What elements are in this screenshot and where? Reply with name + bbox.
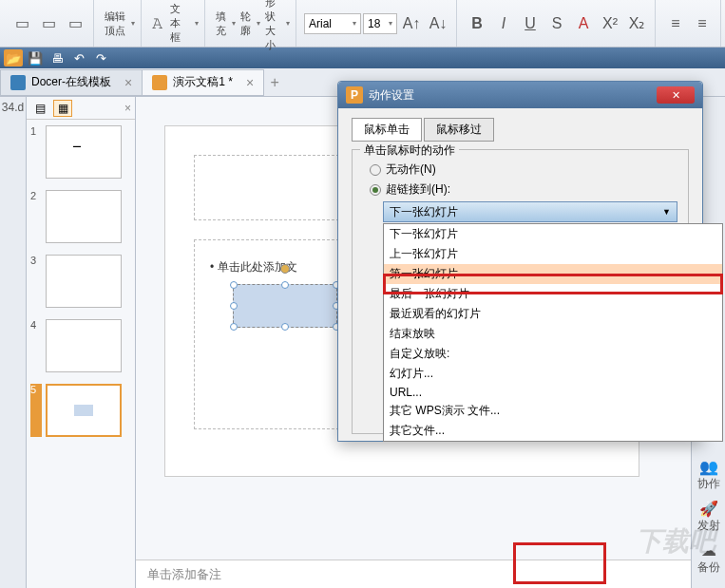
- font-family-combo[interactable]: Arial▾: [304, 13, 361, 34]
- action-fieldset: 单击鼠标时的动作 无动作(N) 超链接到(H): 下一张幻灯片 ▼ 下一张幻灯片…: [352, 149, 689, 434]
- font-shrink-icon[interactable]: A↓: [426, 11, 450, 36]
- resize-handle[interactable]: [281, 323, 289, 331]
- hyperlink-dropdown: 下一张幻灯片 上一张幻灯片 第一张幻灯片 最后一张幻灯片 最近观看的幻灯片 结束…: [383, 223, 723, 442]
- dialog-title: 动作设置: [369, 87, 414, 104]
- bold-button[interactable]: B: [465, 11, 489, 36]
- slide-panel: ▤ ▦ × 1▬▬ 2 3 4 5: [27, 97, 136, 588]
- dropdown-item[interactable]: 上一张幻灯片: [384, 244, 722, 264]
- font-size-combo[interactable]: 18▾: [363, 13, 397, 34]
- dropdown-item[interactable]: 结束放映: [384, 324, 722, 344]
- resize-handle[interactable]: [230, 302, 238, 310]
- dropdown-item[interactable]: 其它 WPS演示 文件...: [384, 401, 722, 421]
- outline-label[interactable]: 轮廓: [238, 9, 254, 38]
- slide-thumb[interactable]: 1▬▬: [30, 125, 131, 179]
- edit-anchor-label[interactable]: 编辑顶点: [102, 9, 128, 38]
- tab-add-button[interactable]: +: [263, 74, 286, 91]
- rotate-handle[interactable]: [280, 264, 290, 274]
- shadow-button[interactable]: S: [544, 11, 569, 36]
- dropdown-item[interactable]: 下一张幻灯片: [384, 224, 722, 244]
- sidebar-label: 34.d: [0, 101, 26, 114]
- slide-thumb-selected[interactable]: 5: [30, 384, 131, 437]
- panel-close-icon[interactable]: ×: [124, 102, 131, 115]
- rocket-icon: 🚀: [697, 500, 720, 518]
- font-color-button[interactable]: A: [571, 11, 596, 36]
- outline-view-icon[interactable]: ▤: [30, 100, 49, 117]
- docer-icon: [10, 75, 26, 90]
- numbering-icon[interactable]: ≡: [690, 11, 715, 36]
- resize-handle[interactable]: [281, 281, 289, 289]
- shape-rect2-icon[interactable]: ▭: [36, 11, 61, 36]
- tab-close-icon[interactable]: ×: [124, 75, 132, 90]
- backup-button[interactable]: ☁备份: [697, 541, 720, 576]
- chevron-down-icon: ▼: [662, 207, 671, 217]
- save-icon[interactable]: 💾: [26, 49, 45, 66]
- shape-rect-icon[interactable]: ▭: [10, 11, 34, 36]
- dropdown-item-highlighted[interactable]: 第一张幻灯片: [384, 264, 722, 284]
- presentation-icon: [152, 75, 167, 90]
- fill-label[interactable]: 填充: [213, 9, 229, 38]
- dialog-titlebar[interactable]: P 动作设置 ✕: [338, 82, 702, 108]
- tab-label: Docer-在线模板: [31, 74, 111, 90]
- superscript-button[interactable]: X²: [598, 11, 622, 36]
- tab-mouse-click[interactable]: 鼠标单击: [352, 118, 422, 142]
- ribbon-toolbar: ▭ ▭ ▭ 编辑顶点▾ 𝙰 文本框▾ 填充▾ 轮廓▾ 形状大小▾ Arial▾ …: [0, 0, 725, 47]
- left-sidebar: 34.d: [0, 97, 27, 588]
- slide-thumb[interactable]: 4: [30, 319, 131, 372]
- slide-thumb[interactable]: 3: [30, 255, 131, 308]
- textbox-icon[interactable]: 𝙰: [149, 11, 165, 36]
- fieldset-legend: 单击鼠标时的动作: [360, 142, 459, 159]
- app-p-icon: P: [346, 86, 363, 104]
- thumbnail-list: 1▬▬ 2 3 4 5: [27, 120, 135, 454]
- selected-shape[interactable]: [233, 284, 337, 328]
- dropdown-item[interactable]: 其它文件...: [384, 421, 722, 441]
- italic-button[interactable]: I: [491, 11, 516, 36]
- thumbnail-view-icon[interactable]: ▦: [53, 100, 72, 117]
- open-folder-icon[interactable]: 📂: [4, 49, 23, 66]
- resize-handle[interactable]: [230, 281, 238, 289]
- tab-docer[interactable]: Docer-在线模板 ×: [0, 69, 143, 96]
- collab-button[interactable]: 👥协作: [697, 458, 720, 492]
- undo-icon[interactable]: ↶: [69, 49, 88, 66]
- dropdown-item[interactable]: 幻灯片...: [384, 364, 722, 384]
- launch-button[interactable]: 🚀发射: [697, 500, 720, 534]
- shape-more-icon[interactable]: ▭: [63, 11, 87, 36]
- underline-button[interactable]: U: [518, 11, 543, 36]
- tab-presentation[interactable]: 演示文稿1 * ×: [142, 69, 264, 96]
- dropdown-item[interactable]: URL...: [384, 384, 722, 401]
- quick-access-bar: 📂 💾 🖶 ↶ ↷: [0, 47, 725, 68]
- dropdown-item[interactable]: 自定义放映:: [384, 344, 722, 364]
- tab-mouse-over[interactable]: 鼠标移过: [424, 118, 494, 142]
- collab-icon: 👥: [697, 458, 720, 476]
- dropdown-item[interactable]: 最后一张幻灯片: [384, 284, 722, 304]
- action-settings-dialog: P 动作设置 ✕ 鼠标单击 鼠标移过 单击鼠标时的动作 无动作(N) 超链接到(…: [337, 81, 703, 442]
- subscript-button[interactable]: X₂: [624, 11, 649, 36]
- radio-no-action[interactable]: 无动作(N): [370, 161, 678, 178]
- backup-icon: ☁: [697, 541, 720, 560]
- bullets-icon[interactable]: ≡: [663, 11, 688, 36]
- close-button[interactable]: ✕: [657, 86, 695, 104]
- notes-bar[interactable]: 单击添加备注: [136, 560, 691, 588]
- tab-label: 演示文稿1 *: [173, 74, 233, 90]
- size-label[interactable]: 形状大小: [262, 0, 283, 52]
- textbox-label[interactable]: 文本框: [167, 2, 192, 45]
- hyperlink-combo[interactable]: 下一张幻灯片 ▼ 下一张幻灯片 上一张幻灯片 第一张幻灯片 最后一张幻灯片 最近…: [383, 201, 677, 222]
- tab-close-icon[interactable]: ×: [246, 75, 254, 90]
- resize-handle[interactable]: [230, 323, 238, 331]
- font-grow-icon[interactable]: A↑: [399, 11, 424, 36]
- redo-icon[interactable]: ↷: [91, 49, 110, 66]
- dropdown-item[interactable]: 最近观看的幻灯片: [384, 304, 722, 324]
- radio-hyperlink[interactable]: 超链接到(H):: [370, 181, 678, 198]
- print-icon[interactable]: 🖶: [48, 49, 67, 66]
- slide-thumb[interactable]: 2: [30, 190, 131, 243]
